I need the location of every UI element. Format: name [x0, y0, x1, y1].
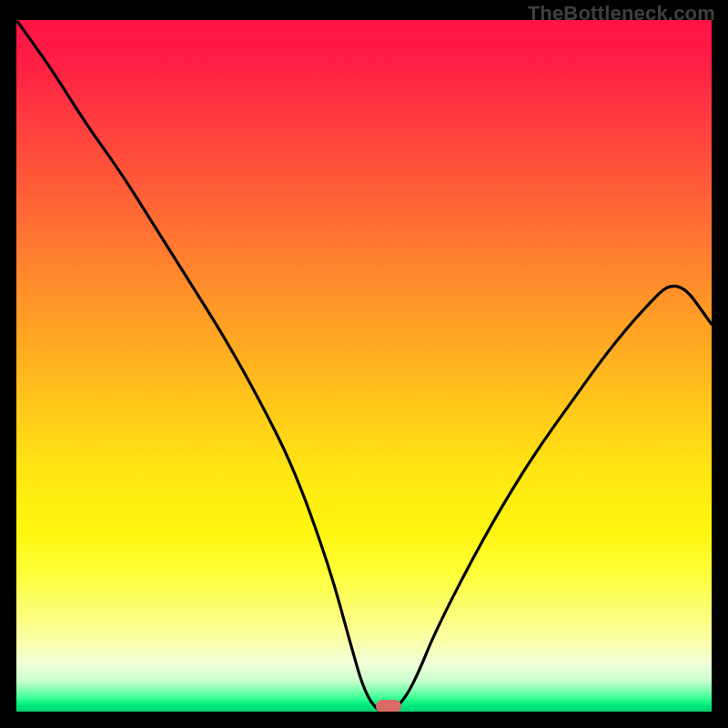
watermark-text: TheBottleneck.com: [528, 2, 715, 25]
bottleneck-curve: [16, 20, 712, 712]
optimum-marker: [376, 700, 401, 712]
plot-area: [16, 20, 712, 712]
chart-frame: TheBottleneck.com: [0, 0, 728, 728]
curve-path: [16, 20, 712, 712]
